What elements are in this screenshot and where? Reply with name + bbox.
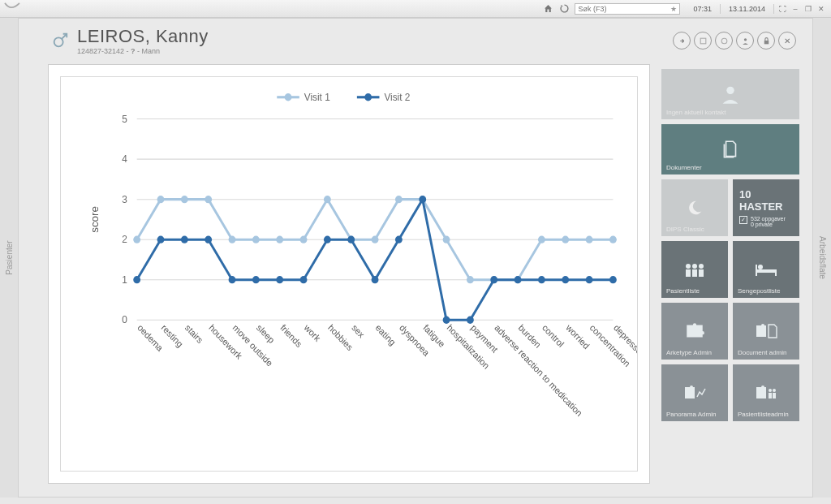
- tile-panorama-admin[interactable]: Panorama Admin: [661, 364, 728, 421]
- svg-point-60: [467, 317, 474, 324]
- side-tab-right[interactable]: Arbeidsflate: [813, 18, 831, 498]
- svg-text:work: work: [302, 322, 322, 344]
- window-controls: ⛶ – ❐ ✕: [777, 4, 826, 14]
- svg-point-52: [276, 276, 283, 283]
- svg-rect-102: [773, 393, 776, 398]
- svg-point-57: [395, 236, 403, 243]
- minimize-icon[interactable]: –: [790, 4, 800, 14]
- action-lock-icon[interactable]: [757, 32, 775, 50]
- svg-point-28: [205, 196, 212, 203]
- person-icon: [719, 83, 742, 106]
- svg-rect-92: [686, 269, 691, 277]
- action-btn-3[interactable]: [715, 32, 733, 50]
- svg-point-36: [395, 196, 403, 203]
- tile-pasientliste-admin[interactable]: Pasientlisteadmin: [733, 364, 799, 421]
- svg-point-50: [229, 276, 236, 283]
- maximize-icon[interactable]: ❐: [803, 4, 813, 14]
- svg-text:stairs: stairs: [183, 322, 205, 345]
- svg-point-4: [743, 38, 746, 41]
- svg-point-39: [467, 276, 474, 283]
- patient-header: LEIROS, Kanny 124827-32142 - ? - Mann ✕: [19, 19, 812, 58]
- checkbox-icon: ✓: [739, 216, 747, 224]
- tile-bedlist[interactable]: Sengepostliste: [733, 241, 799, 298]
- expand-icon[interactable]: ⛶: [777, 4, 787, 14]
- svg-point-54: [324, 236, 331, 243]
- close-icon[interactable]: ✕: [816, 4, 826, 14]
- tile-patientlist[interactable]: Pasientliste: [661, 241, 728, 298]
- svg-point-35: [372, 236, 379, 243]
- svg-point-3: [721, 38, 727, 44]
- svg-text:hospitalization: hospitalization: [446, 322, 492, 371]
- app-topbar: ★ 07:31 13.11.2014 ⛶ – ❐ ✕: [0, 0, 831, 18]
- svg-point-51: [252, 276, 260, 283]
- svg-rect-2: [700, 38, 706, 44]
- svg-point-91: [699, 264, 704, 269]
- svg-point-100: [773, 389, 776, 392]
- svg-point-55: [347, 236, 355, 243]
- svg-point-46: [133, 276, 140, 283]
- action-btn-4[interactable]: [736, 32, 754, 50]
- people-icon: [682, 261, 707, 278]
- puzzle-people-icon: [755, 384, 777, 402]
- svg-rect-101: [769, 393, 772, 398]
- action-btn-1[interactable]: [673, 32, 691, 50]
- svg-point-49: [205, 236, 212, 243]
- clock-date: 13.11.2014: [729, 5, 765, 13]
- svg-point-56: [372, 276, 379, 283]
- svg-rect-93: [692, 269, 697, 277]
- svg-point-62: [515, 276, 522, 283]
- svg-text:3: 3: [122, 194, 127, 205]
- tile-document-admin[interactable]: Document admin: [733, 303, 799, 360]
- tile-haster[interactable]: 10 HASTER ✓ 532 oppgaver 0 private: [733, 179, 799, 236]
- main-panel: LEIROS, Kanny 124827-32142 - ? - Mann ✕ …: [18, 18, 813, 498]
- svg-text:1: 1: [122, 274, 127, 286]
- puzzle-doc-icon: [755, 322, 777, 340]
- svg-point-30: [252, 236, 260, 243]
- search-input[interactable]: [578, 5, 670, 13]
- svg-point-42: [538, 236, 545, 243]
- patient-name: LEIROS, Kanny: [77, 26, 209, 47]
- svg-point-53: [300, 276, 308, 283]
- svg-point-65: [586, 276, 593, 283]
- haster-count: 10 HASTER: [739, 188, 793, 213]
- patient-meta: 124827-32142 - ? - Mann: [77, 47, 209, 55]
- global-search[interactable]: ★: [575, 3, 680, 15]
- side-tab-left-label: Pasienter: [5, 240, 14, 274]
- svg-point-97: [758, 265, 763, 269]
- svg-text:sleep: sleep: [255, 322, 277, 345]
- puzzle-icon: [684, 322, 705, 340]
- svg-point-63: [538, 276, 545, 283]
- side-tab-right-label: Arbeidsflate: [818, 236, 827, 279]
- svg-point-45: [609, 236, 617, 243]
- svg-point-99: [769, 389, 772, 392]
- svg-text:adverse reaction to medication: adverse reaction to medication: [493, 322, 584, 418]
- action-close-icon[interactable]: ✕: [778, 32, 796, 50]
- header-action-bar: ✕: [673, 32, 796, 50]
- home-icon[interactable]: [542, 3, 553, 15]
- svg-point-89: [686, 264, 691, 269]
- tile-dips-classic[interactable]: DIPS Classic: [661, 179, 728, 236]
- svg-text:Visit 1: Visit 1: [304, 92, 330, 103]
- svg-text:score: score: [89, 206, 101, 233]
- svg-point-27: [181, 196, 188, 203]
- svg-point-64: [562, 276, 569, 283]
- svg-point-32: [300, 236, 308, 243]
- svg-text:4: 4: [122, 153, 127, 165]
- refresh-icon[interactable]: [558, 3, 570, 15]
- svg-point-48: [181, 236, 188, 243]
- tile-documents[interactable]: Dokumenter: [661, 124, 799, 174]
- svg-text:worried: worried: [564, 322, 592, 351]
- svg-rect-96: [756, 269, 777, 273]
- star-icon[interactable]: ★: [670, 5, 677, 13]
- tile-no-context[interactable]: Ingen aktuell kontakt: [661, 69, 799, 119]
- svg-point-88: [726, 87, 734, 94]
- action-btn-2[interactable]: [694, 32, 712, 50]
- puzzle-chart-icon: [683, 384, 706, 402]
- svg-point-90: [692, 264, 697, 269]
- svg-text:friends: friends: [278, 322, 304, 349]
- tile-arketype-admin[interactable]: Arketype Admin: [661, 303, 728, 360]
- svg-point-47: [157, 236, 165, 243]
- side-tab-left[interactable]: Pasienter: [0, 18, 18, 498]
- svg-line-1: [62, 34, 67, 39]
- app-logo-swoosh: [3, 2, 21, 16]
